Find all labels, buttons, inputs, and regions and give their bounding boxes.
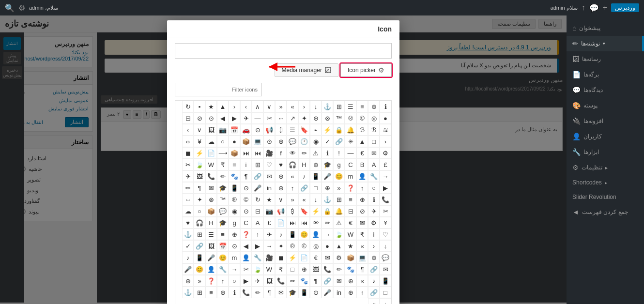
icon-cell[interactable]: ⊙ — [205, 112, 217, 124]
icon-cell[interactable]: ¶ — [263, 287, 275, 298]
icon-cell[interactable]: ⊕ — [310, 112, 322, 124]
icon-cell[interactable]: ▶ — [240, 275, 252, 287]
filter-icons-input[interactable] — [175, 83, 262, 96]
icon-cell[interactable]: 🔗 — [194, 240, 205, 252]
icon-cell[interactable]: ¥ — [380, 217, 391, 228]
icon-cell[interactable]: ₿ — [275, 124, 287, 136]
icon-cell[interactable]: ✏ — [287, 275, 298, 287]
icon-cell[interactable]: ⊗ — [205, 194, 217, 205]
icon-cell[interactable]: 📱 — [287, 228, 298, 240]
icon-cell[interactable]: ⊕ — [229, 228, 240, 240]
icon-cell[interactable]: » — [356, 275, 368, 287]
icon-cell[interactable]: ▶ — [252, 240, 263, 252]
icon-cell[interactable]: ℹ — [368, 194, 380, 205]
icon-cell[interactable]: → — [322, 228, 333, 240]
icon-cell[interactable]: ↻ — [182, 101, 194, 112]
icon-cell[interactable]: ℬ — [356, 124, 368, 136]
icon-cell[interactable]: ❓ — [205, 275, 217, 287]
icon-cell[interactable]: 🖼 — [205, 240, 217, 252]
icon-cell[interactable]: ↑ — [287, 182, 298, 194]
icon-cell[interactable]: 🎓 — [217, 182, 229, 194]
icon-cell[interactable]: € — [356, 147, 368, 159]
icon-cell[interactable]: ₿ — [287, 205, 298, 217]
icon-cell[interactable]: ♪ — [368, 275, 380, 287]
icon-cell[interactable]: ☰ — [205, 228, 217, 240]
icon-cell[interactable]: 🔗 — [252, 170, 263, 182]
icon-cell[interactable]: ♪ — [275, 228, 287, 240]
icon-cell[interactable]: 🐾 — [345, 263, 356, 275]
icon-cell[interactable]: ₹ — [356, 228, 368, 240]
icon-picker-tab[interactable]: ⚙ Icon picker — [340, 63, 392, 77]
icon-cell[interactable]: 🎤 — [322, 170, 333, 182]
icon-cell[interactable]: ↓ — [310, 194, 322, 205]
icon-cell[interactable]: 🔧 — [368, 170, 380, 182]
sidebar-item-plugins[interactable]: افزونه‌ها 🔌 — [567, 113, 644, 129]
icon-cell[interactable]: ✈ — [368, 205, 380, 217]
icon-cell[interactable]: « — [333, 182, 345, 194]
icon-cell[interactable]: ⊕ — [275, 182, 287, 194]
icon-cell[interactable]: 📄 — [205, 147, 217, 159]
icon-cell[interactable]: 🔒 — [333, 124, 345, 136]
icon-cell[interactable]: ⏭ — [287, 217, 298, 228]
icon-cell[interactable]: ◎ — [368, 112, 380, 124]
icon-cell[interactable]: ↑ — [356, 182, 368, 194]
icon-cell[interactable]: 😊 — [298, 228, 310, 240]
icon-cell[interactable]: » — [287, 170, 298, 182]
icon-cell[interactable]: € — [310, 252, 322, 263]
sidebar-item-users[interactable]: کاربران 👤 — [567, 129, 644, 144]
icon-cell[interactable]: ℹ — [380, 101, 391, 112]
icon-cell[interactable]: 📄 — [298, 252, 310, 263]
icon-cell[interactable]: 📱 — [298, 287, 310, 298]
icon-cell[interactable]: □ — [380, 287, 391, 298]
icon-cell[interactable]: ↑ — [252, 228, 263, 240]
settings-icon[interactable]: ⚙ — [18, 3, 25, 13]
icon-cell[interactable]: ℹ — [229, 287, 240, 298]
icon-cell[interactable]: ▲ — [217, 101, 229, 112]
icon-cell[interactable]: 📅 — [217, 240, 229, 252]
icon-cell[interactable]: ✈ — [240, 112, 252, 124]
icon-cell[interactable]: ¥ — [194, 136, 205, 147]
icon-cell[interactable]: ✏ — [252, 287, 263, 298]
icon-cell[interactable]: 📱 — [310, 170, 322, 182]
icon-text-input[interactable] — [175, 43, 392, 59]
sidebar-item-tools[interactable]: ابزارها 🔧 — [567, 144, 644, 160]
icon-cell[interactable]: ▶ — [229, 112, 240, 124]
icon-cell[interactable]: 🔔 — [345, 124, 356, 136]
icon-cell[interactable]: ○ — [229, 275, 240, 287]
sidebar-item-collapse[interactable]: جمع کردن فهرست ◄ — [567, 204, 644, 220]
sidebar-item-pages[interactable]: برگه‌ها 📄 — [567, 67, 644, 82]
icon-cell[interactable]: ⊞ — [333, 101, 345, 112]
icon-cell[interactable]: ☰ — [345, 101, 356, 112]
icon-cell[interactable]: 🔔 — [333, 205, 345, 217]
icon-cell[interactable]: A — [252, 217, 263, 228]
icon-cell[interactable]: ™ — [217, 194, 229, 205]
media-manager-tab[interactable]: 🖼 Media manager — [275, 63, 338, 77]
icon-cell[interactable]: £ — [263, 217, 275, 228]
icon-cell[interactable]: ⏮ — [252, 147, 263, 159]
icon-cell[interactable]: 📞 — [380, 194, 391, 205]
icon-cell[interactable]: ✉ — [275, 287, 287, 298]
icon-cell[interactable]: 🕐 — [298, 136, 310, 147]
icon-cell[interactable]: A — [368, 159, 380, 170]
icon-cell[interactable]: ✉ — [205, 182, 217, 194]
icon-cell[interactable]: ✉ — [356, 217, 368, 228]
icon-cell[interactable]: i — [240, 159, 252, 170]
icon-cell[interactable]: ○ — [217, 136, 229, 147]
icon-cell[interactable]: 🍃 — [252, 263, 263, 275]
icon-cell[interactable]: ✉ — [333, 275, 345, 287]
icon-cell[interactable]: □ — [310, 182, 322, 194]
icon-cell[interactable]: ⊕ — [310, 159, 322, 170]
icon-cell[interactable]: ⊕ — [275, 170, 287, 182]
icon-cell[interactable]: ≡ — [217, 228, 229, 240]
icon-cell[interactable]: ¶ — [310, 275, 322, 287]
icon-cell[interactable]: ∧ — [252, 101, 263, 112]
icon-cell[interactable]: ♥ — [182, 217, 194, 228]
icon-cell[interactable]: ◉ — [229, 205, 240, 217]
icon-cell[interactable]: 📦 — [205, 205, 217, 217]
icon-cell[interactable]: 🎧 — [194, 217, 205, 228]
icon-cell[interactable]: 📞 — [322, 263, 333, 275]
icon-cell[interactable]: ◉ — [310, 136, 322, 147]
icon-cell[interactable]: 📢 — [263, 124, 275, 136]
icon-cell[interactable]: ⚡ — [287, 252, 298, 263]
icon-cell[interactable]: 😊 — [217, 252, 229, 263]
